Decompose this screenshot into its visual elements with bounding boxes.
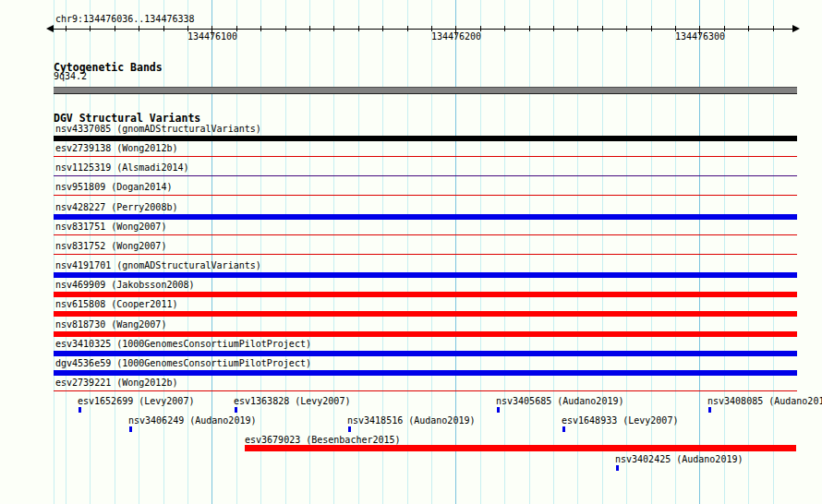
variant-label-nsv3402425[interactable]: nsv3402425 (Audano2019) — [615, 455, 743, 464]
variant-label-nsv3405685[interactable]: nsv3405685 (Audano2019) — [496, 397, 623, 406]
variant-bar-esv3679023[interactable] — [245, 445, 796, 451]
variant-marker-nsv3418516[interactable] — [348, 426, 351, 432]
variant-label-esv1648933[interactable]: esv1648933 (Levy2007) — [562, 416, 678, 426]
genome-browser-panel: chr9:134476036..134476338 13447610013447… — [0, 0, 822, 504]
dgv-point-variants-layer: esv1652699 (Levy2007)esv1363828 (Levy200… — [0, 0, 822, 504]
variant-label-esv1652699[interactable]: esv1652699 (Levy2007) — [78, 397, 194, 406]
variant-marker-esv1652699[interactable] — [79, 407, 81, 413]
variant-marker-nsv3405685[interactable] — [497, 407, 500, 413]
variant-label-nsv3408085[interactable]: nsv3408085 (Audano2019) — [707, 397, 822, 406]
variant-marker-nsv3406249[interactable] — [129, 426, 132, 432]
variant-label-esv1363828[interactable]: esv1363828 (Levy2007) — [234, 397, 350, 406]
variant-marker-esv1648933[interactable] — [562, 426, 565, 432]
variant-label-esv3679023[interactable]: esv3679023 (Besenbacher2015) — [245, 436, 401, 445]
variant-marker-nsv3402425[interactable] — [616, 465, 619, 471]
variant-label-nsv3418516[interactable]: nsv3418516 (Audano2019) — [347, 416, 475, 426]
variant-label-nsv3406249[interactable]: nsv3406249 (Audano2019) — [128, 416, 256, 426]
variant-marker-esv1363828[interactable] — [235, 407, 237, 413]
variant-marker-nsv3408085[interactable] — [708, 407, 711, 413]
